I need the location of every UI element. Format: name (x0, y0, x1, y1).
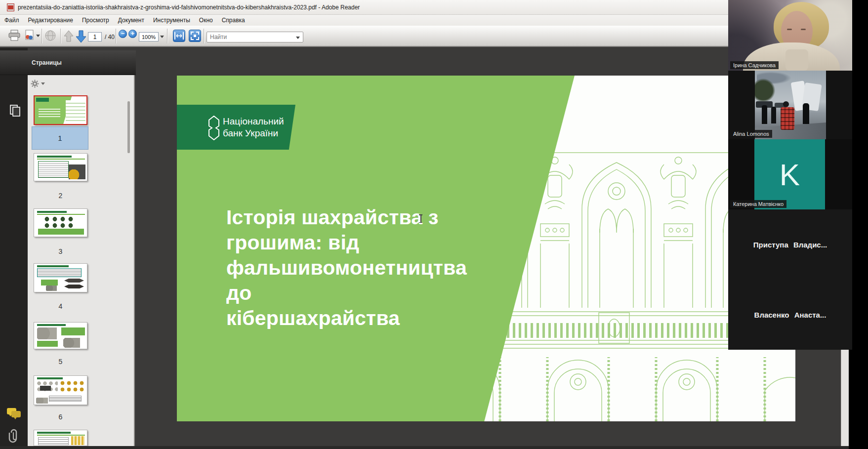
menu-file[interactable]: Файл (0, 15, 24, 25)
zoom-level-select[interactable]: 100% (139, 32, 159, 41)
participants-video-strip: Ірина Садчикова Alina Lomonos (728, 0, 868, 350)
page-total-label: / 40 (105, 34, 115, 41)
adobe-reader-window: prezentatsiia-do-zaniattia-istoriia-shak… (0, 0, 849, 449)
paperclip-icon (8, 428, 19, 443)
participant-tile[interactable]: Власенко Анаста... (728, 280, 852, 350)
slide-title: Історія шахрайства з грошима: від фальши… (226, 205, 458, 331)
participant-name-label: Alina Lomonos (730, 130, 772, 138)
thumbnail-page-5[interactable] (34, 322, 87, 349)
nbu-logo-icon (208, 116, 219, 140)
attachments-panel-button[interactable] (8, 428, 19, 445)
thumbnail-page-3[interactable] (34, 208, 87, 237)
menu-edit[interactable]: Редактирование (24, 15, 78, 25)
page-up-icon (63, 30, 74, 42)
menu-document[interactable]: Документ (114, 15, 149, 25)
menu-view[interactable]: Просмотр (78, 15, 114, 25)
zoom-dropdown-arrow[interactable] (160, 36, 164, 38)
participant-video (755, 71, 826, 139)
zoom-out-button[interactable]: − (119, 30, 127, 38)
toolbar-separator (204, 29, 204, 43)
sidebar-scrollbar[interactable] (127, 101, 130, 153)
text-cursor (418, 214, 423, 223)
participant-tile[interactable]: Ірина Садчикова (728, 0, 852, 71)
page-4-label[interactable]: 4 (34, 302, 87, 310)
participant-name-label: Катерина Матвієнко (730, 200, 786, 208)
menu-tools[interactable]: Инструменты (149, 15, 195, 25)
find-input[interactable] (210, 33, 289, 41)
page-3-label[interactable]: 3 (34, 247, 87, 255)
participant-tile[interactable]: Alina Lomonos (728, 71, 852, 139)
share-dropdown-arrow[interactable] (36, 35, 40, 37)
options-dropdown-arrow (41, 82, 45, 85)
participant-avatar: K (754, 139, 825, 209)
next-page-button[interactable] (75, 30, 87, 43)
toolbar-separator (60, 29, 61, 43)
girl-plaid-shirt (781, 107, 794, 130)
toolbar-separator (41, 29, 42, 43)
pages-panel-title: Страницы (32, 59, 62, 66)
pages-panel-icon[interactable] (10, 105, 23, 119)
share-icon (24, 30, 35, 41)
window-bottom-edge (0, 446, 849, 449)
page-down-icon (75, 30, 87, 43)
thumbnail-page-1[interactable] (34, 95, 87, 125)
thumbnail-page-2[interactable] (34, 153, 87, 181)
thumbnail-page-6[interactable] (34, 375, 87, 405)
menu-window[interactable]: Окно (195, 15, 217, 25)
page-1-selected-label[interactable]: 1 (32, 126, 88, 150)
fit-page-icon (189, 30, 201, 42)
toolbar-separator (116, 29, 116, 43)
zoom-level-value: 100% (142, 34, 156, 40)
zoom-in-button[interactable]: + (128, 30, 137, 38)
zoom-in-icon: + (128, 30, 137, 38)
toolbar: / 40 − + 100% (0, 26, 849, 47)
fit-width-button[interactable] (173, 30, 185, 42)
presentation-slide-page-1: Національний банк України Історія шахрай… (177, 76, 795, 421)
page-thumbnails-panel: 1 2 3 (28, 75, 135, 446)
fit-width-icon (173, 30, 185, 42)
web-capture-button[interactable] (44, 30, 56, 41)
screen: prezentatsiia-do-zaniattia-istoriia-shak… (0, 0, 868, 449)
page-2-label[interactable]: 2 (34, 192, 87, 200)
window-title: prezentatsiia-do-zaniattia-istoriia-shak… (18, 4, 360, 11)
bank-name-label: Національний банк України (223, 116, 284, 139)
page-number-input[interactable] (88, 32, 102, 41)
participant-tile[interactable]: K Катерина Матвієнко (728, 139, 852, 209)
previous-page-button[interactable] (63, 30, 74, 42)
thumbnail-options-button[interactable] (31, 77, 45, 90)
find-combobox[interactable] (207, 32, 303, 42)
thumbnail-page-7[interactable] (34, 430, 87, 446)
page-5-label[interactable]: 5 (34, 358, 87, 366)
find-dropdown-arrow[interactable] (296, 37, 300, 39)
toolbar-separator (167, 29, 167, 43)
pages-panel-header: Страницы (0, 50, 136, 75)
print-icon (8, 30, 21, 41)
participant-name-label: Приступа Владис... (753, 241, 827, 249)
page-6-label[interactable]: 6 (34, 413, 87, 421)
participant-tile[interactable]: Приступа Владис... (728, 209, 852, 280)
zoom-out-icon: − (119, 30, 127, 38)
nbu-banner: Національний банк України (177, 105, 295, 150)
print-button[interactable] (8, 30, 21, 41)
thumbnail-page-4[interactable] (34, 263, 87, 292)
fit-page-button[interactable] (189, 30, 201, 42)
pdf-file-icon (7, 3, 14, 11)
menu-bar: Файл Редактирование Просмотр Документ Ин… (0, 15, 849, 26)
options-gear-icon (31, 80, 39, 88)
menu-help[interactable]: Справка (217, 15, 249, 25)
participant-name-label: Ірина Садчикова (730, 61, 779, 69)
participant-name-label: Власенко Анаста... (754, 311, 827, 319)
window-titlebar[interactable]: prezentatsiia-do-zaniattia-istoriia-shak… (0, 0, 849, 15)
avatar-letter: K (780, 157, 800, 192)
web-icon (44, 30, 56, 41)
share-button[interactable] (24, 30, 40, 41)
